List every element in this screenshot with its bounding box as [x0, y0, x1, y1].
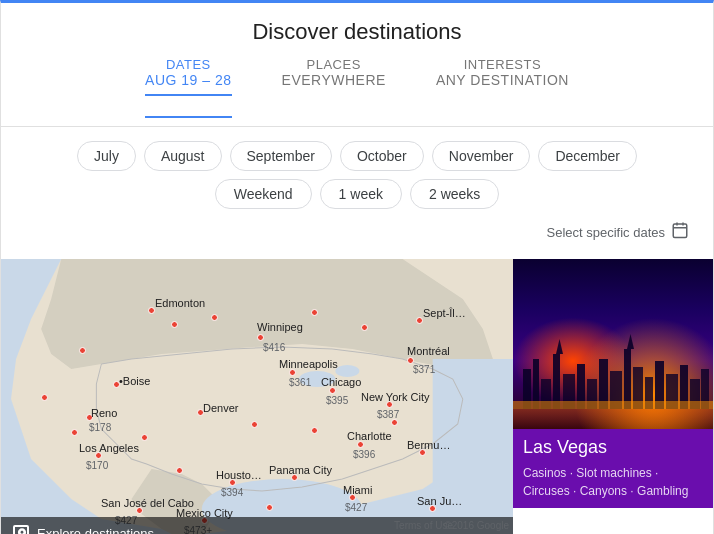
map-price-minneapolis: $361 — [289, 377, 311, 388]
month-december[interactable]: December — [538, 141, 637, 171]
map-price-winnipeg: $416 — [263, 342, 285, 353]
main-container: Discover destinations DATES Aug 19 – 28 … — [0, 0, 714, 534]
map-dot-winnipeg — [257, 334, 264, 341]
map-dot-septiles — [416, 317, 423, 324]
google-attribution: ©2016 Google — [444, 520, 509, 531]
map-dot-extra1 — [171, 321, 178, 328]
map-label-houston[interactable]: Housto… — [216, 469, 262, 481]
city-tags: Casinos · Slot machines · Circuses · Can… — [523, 464, 703, 500]
map-price-montreal: $371 — [413, 364, 435, 375]
map-dot-extra4 — [361, 324, 368, 331]
map-price-miami: $427 — [345, 502, 367, 513]
map-label-edmonton[interactable]: Edmonton — [155, 297, 205, 309]
map-dot-extra7 — [251, 421, 258, 428]
page-title: Discover destinations — [21, 19, 693, 45]
map-dot-extra9 — [176, 467, 183, 474]
months-row: July August September October November D… — [21, 141, 693, 171]
map-price-la: $170 — [86, 460, 108, 471]
map-label-panama[interactable]: Panama City — [269, 464, 332, 476]
map-label-la[interactable]: Los Angeles — [79, 442, 139, 454]
calendar-icon[interactable] — [671, 221, 689, 243]
specific-dates-row: Select specific dates — [21, 217, 693, 251]
month-july[interactable]: July — [77, 141, 136, 171]
map-dot-extra3 — [311, 309, 318, 316]
map-label-winnipeg[interactable]: Winnipeg — [257, 321, 303, 333]
month-november[interactable]: November — [432, 141, 531, 171]
specific-dates-text: Select specific dates — [546, 225, 665, 240]
months-section: July August September October November D… — [1, 127, 713, 259]
map-label-nyc[interactable]: New York City — [361, 391, 429, 403]
svg-rect-15 — [553, 354, 560, 409]
map-section: Edmonton Winnipeg $416 Sept-Îl… Montréal… — [1, 259, 713, 534]
map-dot-extra13 — [391, 419, 398, 426]
map-dot-minneapolis — [289, 369, 296, 376]
map-label-chicago[interactable]: Chicago — [321, 376, 361, 388]
map-price-charlotte: $396 — [353, 449, 375, 460]
svg-marker-23 — [627, 334, 634, 349]
explore-label: Explore destinations — [37, 526, 154, 535]
tab-places-label: PLACES — [282, 57, 386, 72]
map-label-montreal[interactable]: Montréal — [407, 345, 450, 357]
tab-dates-label: DATES — [145, 57, 231, 72]
tab-places[interactable]: PLACES Everywhere — [282, 57, 386, 118]
map-dot-extra6 — [141, 434, 148, 441]
map-area[interactable]: Edmonton Winnipeg $416 Sept-Îl… Montréal… — [1, 259, 513, 534]
svg-rect-31 — [513, 401, 713, 409]
map-dot-extra11 — [79, 347, 86, 354]
map-dot-edmonton — [148, 307, 155, 314]
svg-rect-22 — [624, 349, 631, 409]
map-label-reno[interactable]: Reno — [91, 407, 117, 419]
map-label-septiles[interactable]: Sept-Îl… — [423, 307, 466, 319]
tab-places-subtitle: Everywhere — [282, 72, 386, 88]
month-september[interactable]: September — [230, 141, 332, 171]
map-dot-extra5 — [71, 429, 78, 436]
tab-interests[interactable]: INTERESTS Any destination — [436, 57, 569, 118]
city-image — [513, 259, 713, 429]
duration-2weeks[interactable]: 2 weeks — [410, 179, 499, 209]
map-icon — [13, 525, 29, 534]
map-label-sanjuan[interactable]: San Ju… — [417, 495, 462, 507]
map-dot-extra10 — [266, 504, 273, 511]
map-price-reno: $178 — [89, 422, 111, 433]
tab-interests-subtitle: Any destination — [436, 72, 569, 88]
duration-weekend[interactable]: Weekend — [215, 179, 312, 209]
map-dot-extra2 — [211, 314, 218, 321]
tab-dates[interactable]: DATES Aug 19 – 28 — [145, 57, 231, 118]
tab-interests-label: INTERESTS — [436, 57, 569, 72]
header-section: Discover destinations DATES Aug 19 – 28 … — [1, 3, 713, 118]
map-label-miami[interactable]: Miami — [343, 484, 372, 496]
map-label-boise[interactable]: •Boise — [119, 375, 150, 387]
map-price-chicago: $395 — [326, 395, 348, 406]
map-label-bermuda[interactable]: Bermu… — [407, 439, 450, 451]
map-dot-extra8 — [311, 427, 318, 434]
tabs-row: DATES Aug 19 – 28 PLACES Everywhere INTE… — [21, 57, 693, 118]
map-dot-chicago — [329, 387, 336, 394]
duration-row: Weekend 1 week 2 weeks — [21, 179, 693, 209]
map-label-minneapolis[interactable]: Minneapolis — [279, 358, 338, 370]
duration-1week[interactable]: 1 week — [320, 179, 402, 209]
terms-link[interactable]: Terms of Use — [394, 520, 453, 531]
map-label-charlotte[interactable]: Charlotte — [347, 430, 392, 442]
city-name: Las Vegas — [523, 437, 703, 458]
city-info: Las Vegas Casinos · Slot machines · Circ… — [513, 429, 713, 508]
map-label-denver[interactable]: Denver — [203, 402, 238, 414]
map-dot-extra12 — [41, 394, 48, 401]
map-dot-charlotte — [357, 441, 364, 448]
map-price-houston: $394 — [221, 487, 243, 498]
month-august[interactable]: August — [144, 141, 222, 171]
map-dot-montreal — [407, 357, 414, 364]
svg-marker-16 — [556, 339, 563, 354]
tab-dates-subtitle: Aug 19 – 28 — [145, 72, 231, 96]
month-october[interactable]: October — [340, 141, 424, 171]
sidebar-card: Las Vegas Casinos · Slot machines · Circ… — [513, 259, 713, 534]
svg-rect-0 — [673, 224, 687, 238]
